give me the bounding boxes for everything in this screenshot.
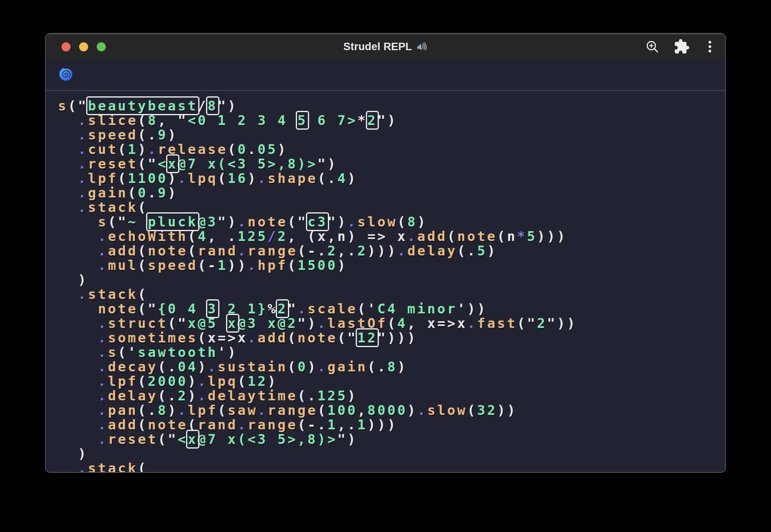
code-token: ( <box>317 402 327 418</box>
code-line: .slice(8, "<0 1 2 3 4 5 6 7>*2") <box>58 113 725 128</box>
code-token: @7 x(<3 5>,8)> <box>198 431 338 447</box>
code-line: .s('sawtooth') <box>58 345 725 360</box>
code-token: gain <box>328 359 367 375</box>
code-token: 2 <box>277 228 287 244</box>
code-token <box>58 127 78 143</box>
code-token: lpq <box>188 170 217 186</box>
code-token: range <box>248 417 297 432</box>
code-token: . <box>248 257 257 273</box>
code-token: , " <box>158 112 188 128</box>
extensions-button[interactable] <box>672 37 691 56</box>
code-token: range <box>268 402 317 418</box>
code-token: add <box>257 330 287 346</box>
code-token: stack <box>88 286 138 302</box>
code-token: . <box>78 141 88 157</box>
code-line: .reset("<x@7 x(<3 5>,8)>") <box>58 157 725 171</box>
code-token: ") <box>317 156 337 172</box>
highlighted-token: 3 <box>208 301 217 317</box>
code-token: ")) <box>547 315 577 331</box>
code-token: ( <box>138 286 148 302</box>
app-window: Strudel REPL <box>45 33 726 473</box>
code-editor[interactable]: s("beautybeast/8") .slice(8, "<0 1 2 3 4… <box>46 91 725 473</box>
code-token: (" <box>337 330 357 346</box>
code-token: 4 <box>198 228 208 244</box>
code-token: struct <box>108 315 168 331</box>
code-token: (-. <box>297 243 327 259</box>
code-token: reset <box>108 431 157 447</box>
code-token <box>58 286 78 302</box>
code-token: . <box>78 286 88 302</box>
code-token: ) <box>487 243 497 259</box>
code-line: .struct("x@5 x@3 x@2").lastOf(4, x=>x.fa… <box>58 316 725 331</box>
code-token: lpf <box>108 373 138 389</box>
code-token: ) <box>248 170 257 186</box>
code-token: 05 <box>258 141 278 157</box>
code-token: ) <box>407 402 417 418</box>
code-token: echoWith <box>108 228 188 244</box>
code-token: ) <box>347 388 357 404</box>
code-token: saw <box>228 402 257 418</box>
code-token: 12 <box>248 373 268 389</box>
code-token: ( <box>118 141 128 157</box>
highlighted-token: 5 <box>297 112 307 128</box>
code-token: ) <box>168 185 177 201</box>
code-token: 0 <box>238 141 248 157</box>
code-token <box>58 170 78 186</box>
code-token: ") <box>297 315 317 331</box>
code-token: add <box>417 228 447 244</box>
code-token <box>58 185 78 201</box>
code-token: pan <box>108 402 138 418</box>
minimize-button[interactable] <box>79 42 88 51</box>
code-token: 125 <box>317 388 347 404</box>
code-token: ") <box>377 112 397 128</box>
code-token: . <box>467 315 477 331</box>
code-token: ( <box>138 417 148 432</box>
code-token: ( <box>138 460 148 473</box>
code-token: . <box>78 112 88 128</box>
code-token: . <box>148 141 157 157</box>
strudel-logo-icon[interactable] <box>58 66 74 83</box>
code-token: ( <box>138 243 148 259</box>
code-token <box>58 344 98 360</box>
overflow-menu-button[interactable] <box>702 37 718 56</box>
code-token: . <box>258 402 268 418</box>
code-token: 9 <box>158 185 168 201</box>
code-token: 0 <box>138 185 148 201</box>
code-token: ) <box>168 402 177 418</box>
highlighted-token: 12 <box>357 330 377 346</box>
zoom-button[interactable] <box>97 42 106 51</box>
code-token: reset <box>88 156 138 172</box>
code-token: . <box>98 344 108 360</box>
code-line: .stack( <box>58 200 725 215</box>
code-token: hpf <box>258 257 288 273</box>
code-token: ) <box>188 388 197 404</box>
code-token: < <box>158 156 168 172</box>
code-token <box>58 402 98 418</box>
zoom-in-button[interactable] <box>643 37 662 56</box>
code-token: , <box>357 402 367 418</box>
close-button[interactable] <box>62 42 71 51</box>
code-token <box>58 359 98 375</box>
code-token: @3 <box>198 214 218 230</box>
code-token <box>58 417 98 432</box>
code-token: ( <box>138 199 148 215</box>
code-token: note <box>148 243 188 259</box>
code-token: range <box>248 243 297 259</box>
code-token: ( <box>288 359 297 375</box>
highlighted-token: c3 <box>308 214 328 230</box>
code-token: ,. <box>337 417 357 432</box>
code-token: slow <box>427 402 467 418</box>
speaker-emoji-icon <box>416 41 427 52</box>
code-line: .lpf(2000).lpq(12) <box>58 374 725 389</box>
code-token: speed <box>148 257 197 273</box>
code-token: . <box>208 359 217 375</box>
code-token: . <box>198 373 208 389</box>
code-token: stack <box>88 460 138 473</box>
code-token: 2 1} <box>218 301 268 317</box>
code-token: s <box>58 98 68 114</box>
code-token: 125 <box>238 228 268 244</box>
code-token: speed <box>88 127 138 143</box>
code-token: (" <box>158 431 178 447</box>
code-token: {0 4 <box>158 301 208 317</box>
code-token: 1 <box>218 257 228 273</box>
